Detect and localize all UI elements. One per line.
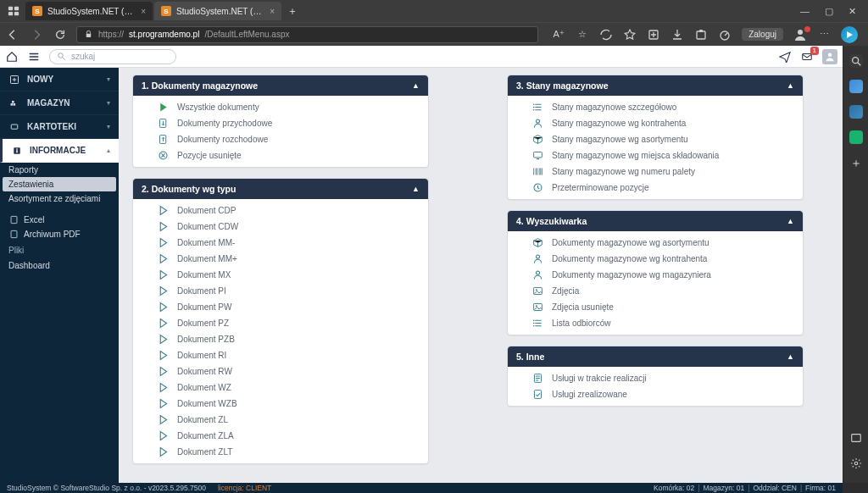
new-tab-button[interactable]: ＋	[283, 2, 302, 20]
tab-overview-button[interactable]	[3, 0, 24, 22]
list-item[interactable]: Stany magazynowe wg asortymentu	[508, 131, 803, 147]
search-input[interactable]: szukaj	[49, 49, 176, 64]
list-item[interactable]: Dokument MM+	[133, 251, 428, 267]
window-minimize-button[interactable]: —	[800, 6, 810, 16]
browser-tab-2[interactable]: S StudioSystem.NET (c) SoftwareSt ×	[154, 2, 281, 20]
list-item[interactable]: Stany magazynowe wg numeru palety	[508, 163, 803, 180]
row-icon	[531, 166, 543, 178]
sidebar-dashboard[interactable]: Dashboard	[0, 258, 119, 273]
edge-settings-icon[interactable]	[850, 457, 862, 471]
list-item[interactable]: Usługi zrealizowane	[508, 386, 803, 402]
list-item[interactable]: Dokument WZ	[133, 379, 428, 396]
edge-search-icon[interactable]	[849, 54, 863, 68]
card-header[interactable]: 3. Stany magazynowe▲	[508, 75, 803, 96]
send-icon[interactable]	[778, 50, 792, 64]
list-item[interactable]: Dokument PI	[133, 283, 428, 299]
edge-tool-1-icon[interactable]	[849, 80, 863, 93]
tab-close-icon[interactable]: ×	[270, 7, 275, 16]
nav-refresh-button[interactable]	[53, 27, 68, 42]
row-label: Przeterminowane pozycje	[552, 183, 649, 192]
edge-add-tool-button[interactable]: ＋	[850, 156, 862, 171]
list-item[interactable]: Dokument WZB	[133, 396, 428, 412]
list-item[interactable]: Dokument PW	[133, 299, 428, 315]
svg-rect-24	[11, 216, 17, 223]
svg-rect-14	[803, 53, 812, 59]
list-item[interactable]: Zdjęcia usunięte	[508, 299, 803, 315]
menu-toggle-icon[interactable]	[27, 50, 41, 64]
browser-login-button[interactable]: Zaloguj	[742, 28, 783, 41]
list-item[interactable]: Stany magazynowe wg kontrahenta	[508, 115, 803, 131]
list-item[interactable]: Dokument ZL	[133, 412, 428, 428]
edge-hide-icon[interactable]	[850, 432, 862, 446]
row-icon	[531, 118, 543, 130]
edge-tool-2-icon[interactable]	[849, 105, 863, 119]
list-item[interactable]: Dokument PZB	[133, 331, 428, 347]
list-item[interactable]: Wszystkie dokumenty	[133, 99, 428, 115]
profile-icon[interactable]	[793, 28, 807, 42]
sidebar-file-excel[interactable]: Excel	[0, 213, 119, 227]
row-label: Dokument CDP	[177, 206, 236, 215]
card-header[interactable]: 1. Dokumenty magazynowe▲	[133, 75, 428, 96]
list-item[interactable]: Pozycje usunięte	[133, 147, 428, 163]
list-item[interactable]: Stany magazynowe wg miejsca składowania	[508, 147, 803, 163]
list-item[interactable]: Dokumenty magazynowe wg kontrahenta	[508, 251, 803, 267]
mail-icon[interactable]: 1	[800, 50, 814, 64]
list-item[interactable]: Dokument CDW	[133, 219, 428, 235]
performance-icon[interactable]	[718, 28, 732, 42]
downloads-icon[interactable]	[670, 28, 684, 42]
list-item[interactable]: Dokumenty magazynowe wg magazyniera	[508, 267, 803, 283]
list-item[interactable]: Lista odbiorców	[508, 315, 803, 331]
list-item[interactable]: Dokument MX	[133, 267, 428, 283]
edge-tool-3-icon[interactable]	[849, 130, 863, 144]
favorite-icon[interactable]: ☆	[576, 28, 589, 42]
list-item[interactable]: Stany magazynowe szczegółowo	[508, 99, 803, 115]
row-label: Dokument CDW	[177, 222, 238, 231]
list-item[interactable]: Dokument ZLT	[133, 444, 428, 460]
list-item[interactable]: Dokument PZ	[133, 315, 428, 331]
list-item[interactable]: Dokument RI	[133, 347, 428, 363]
list-item[interactable]: Dokument RW	[133, 363, 428, 379]
window-close-button[interactable]: ✕	[849, 6, 856, 17]
read-aloud-icon[interactable]: A⁺	[552, 28, 565, 42]
edge-sidebar: ＋	[843, 46, 868, 483]
sidebar-item-nowy[interactable]: NOWY ▾	[0, 68, 119, 91]
app-sidebar: NOWY ▾ MAGAZYN ▾ KARTOTEKI ▾ INFORMACJE …	[0, 68, 119, 483]
nav-forward-button[interactable]	[29, 27, 44, 42]
sidebar-item-magazyn[interactable]: MAGAZYN ▾	[0, 91, 119, 115]
window-maximize-button[interactable]: ▢	[825, 6, 833, 17]
extensions-icon[interactable]	[694, 28, 708, 42]
sync-icon[interactable]	[599, 28, 613, 42]
home-icon[interactable]	[5, 50, 19, 64]
sidebar-sub-raporty[interactable]: Raporty	[0, 163, 119, 177]
sidebar-group-pliki: Pliki	[0, 241, 119, 258]
list-item[interactable]: Zdjęcia	[508, 283, 803, 299]
sidebar-sub-zestawienia[interactable]: Zestawienia	[3, 177, 116, 191]
card-header[interactable]: 5. Inne▲	[508, 346, 803, 367]
favorites-bar-icon[interactable]	[623, 28, 637, 42]
list-item[interactable]: Usługi w trakcie realizacji	[508, 370, 803, 386]
nav-back-button[interactable]	[5, 27, 20, 42]
svg-point-32	[536, 119, 539, 123]
list-item[interactable]: Dokumenty przychodowe	[133, 115, 428, 131]
list-item[interactable]: Przeterminowane pozycje	[508, 180, 803, 196]
list-item[interactable]: Dokumenty magazynowe wg asortymentu	[508, 235, 803, 251]
list-item[interactable]: Dokument CDP	[133, 202, 428, 219]
collections-icon[interactable]	[647, 28, 660, 42]
menu-icon[interactable]: ⋯	[817, 28, 831, 42]
tab-close-icon[interactable]: ×	[141, 7, 146, 16]
browser-tab-1[interactable]: S StudioSystem.NET (c) SoftwareSt ×	[25, 2, 153, 20]
address-bar[interactable]: https://st.programdemo.pl/DefaultLeftMen…	[76, 26, 538, 43]
sidebar-item-kartoteki[interactable]: KARTOTEKI ▾	[0, 115, 119, 139]
bing-chat-icon[interactable]	[841, 26, 858, 43]
sidebar-file-archiwum[interactable]: Archiwum PDF	[0, 227, 119, 241]
row-icon	[157, 134, 169, 146]
svg-point-12	[854, 462, 858, 465]
user-avatar[interactable]	[822, 49, 837, 64]
list-item[interactable]: Dokument ZLA	[133, 428, 428, 444]
card-header[interactable]: 2. Dokumenty wg typu▲	[133, 179, 428, 199]
list-item[interactable]: Dokument MM-	[133, 235, 428, 251]
sidebar-sub-asortyment[interactable]: Asortyment ze zdjęciami	[0, 191, 119, 206]
card-header[interactable]: 4. Wyszukiwarka▲	[508, 211, 803, 231]
list-item[interactable]: Dokumenty rozchodowe	[133, 131, 428, 147]
sidebar-item-informacje[interactable]: INFORMACJE ▴	[0, 139, 119, 163]
